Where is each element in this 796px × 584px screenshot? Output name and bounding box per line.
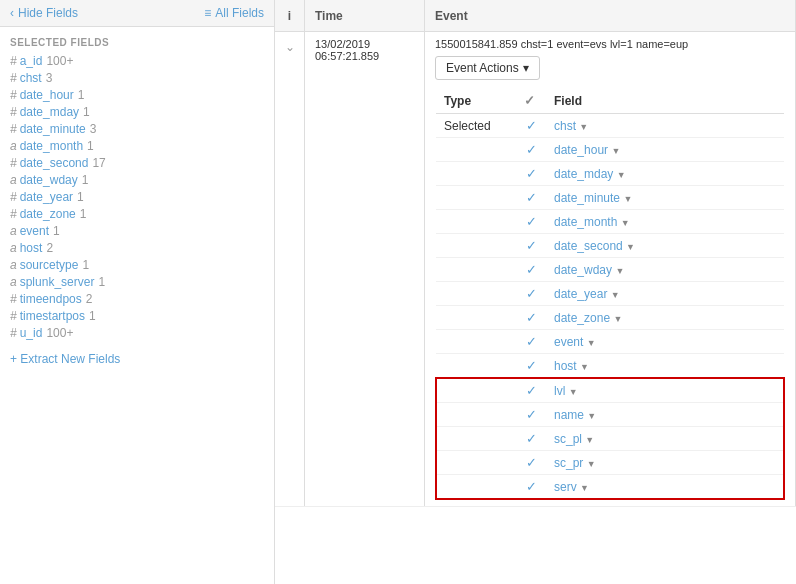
field-dropdown-icon[interactable]: ▼ <box>587 411 596 421</box>
field-link[interactable]: chst ▼ <box>554 119 588 133</box>
check-cell[interactable]: ✓ <box>516 210 546 234</box>
field-link[interactable]: sc_pr ▼ <box>554 456 596 470</box>
field-link[interactable]: date_second ▼ <box>554 239 635 253</box>
checkbox-checked-icon[interactable]: ✓ <box>526 358 537 373</box>
field-dropdown-icon[interactable]: ▼ <box>621 218 630 228</box>
field-item[interactable]: #date_zone1 <box>10 207 264 221</box>
field-item[interactable]: aevent1 <box>10 224 264 238</box>
field-item[interactable]: #date_year1 <box>10 190 264 204</box>
field-link[interactable]: sc_pl ▼ <box>554 432 594 446</box>
field-dropdown-icon[interactable]: ▼ <box>626 242 635 252</box>
field-link[interactable]: date_wday ▼ <box>554 263 624 277</box>
check-cell[interactable]: ✓ <box>516 234 546 258</box>
field-item[interactable]: #date_hour1 <box>10 88 264 102</box>
field-name-link[interactable]: date_minute <box>20 122 86 136</box>
hide-fields-button[interactable]: ‹ Hide Fields <box>10 6 78 20</box>
field-dropdown-icon[interactable]: ▼ <box>569 387 578 397</box>
checkbox-checked-icon[interactable]: ✓ <box>526 166 537 181</box>
checkbox-checked-icon[interactable]: ✓ <box>526 262 537 277</box>
field-link[interactable]: date_hour ▼ <box>554 143 620 157</box>
field-name-link[interactable]: splunk_server <box>20 275 95 289</box>
check-cell[interactable]: ✓ <box>516 475 546 500</box>
check-all-icon[interactable]: ✓ <box>524 93 535 108</box>
checkbox-checked-icon[interactable]: ✓ <box>526 334 537 349</box>
field-name-link[interactable]: date_hour <box>20 88 74 102</box>
check-cell[interactable]: ✓ <box>516 186 546 210</box>
field-item[interactable]: #date_mday1 <box>10 105 264 119</box>
check-cell[interactable]: ✓ <box>516 114 546 138</box>
field-link[interactable]: date_zone ▼ <box>554 311 622 325</box>
field-dropdown-icon[interactable]: ▼ <box>623 194 632 204</box>
field-name-link[interactable]: date_second <box>20 156 89 170</box>
field-dropdown-icon[interactable]: ▼ <box>585 435 594 445</box>
event-actions-button[interactable]: Event Actions ▾ <box>435 56 540 80</box>
field-link[interactable]: event ▼ <box>554 335 596 349</box>
checkbox-checked-icon[interactable]: ✓ <box>526 238 537 253</box>
field-name-link[interactable]: event <box>20 224 49 238</box>
checkbox-checked-icon[interactable]: ✓ <box>526 286 537 301</box>
field-dropdown-icon[interactable]: ▼ <box>587 338 596 348</box>
field-item[interactable]: asplunk_server1 <box>10 275 264 289</box>
check-cell[interactable]: ✓ <box>516 138 546 162</box>
check-cell[interactable]: ✓ <box>516 282 546 306</box>
field-dropdown-icon[interactable]: ▼ <box>587 459 596 469</box>
field-item[interactable]: adate_wday1 <box>10 173 264 187</box>
field-dropdown-icon[interactable]: ▼ <box>613 314 622 324</box>
field-link[interactable]: date_year ▼ <box>554 287 620 301</box>
field-link[interactable]: date_minute ▼ <box>554 191 632 205</box>
checkbox-checked-icon[interactable]: ✓ <box>526 190 537 205</box>
field-name-link[interactable]: date_year <box>20 190 73 204</box>
field-name-link[interactable]: date_wday <box>20 173 78 187</box>
field-link[interactable]: date_mday ▼ <box>554 167 626 181</box>
field-name-link[interactable]: date_month <box>20 139 83 153</box>
field-name-link[interactable]: chst <box>20 71 42 85</box>
field-item[interactable]: adate_month1 <box>10 139 264 153</box>
field-item[interactable]: #a_id100+ <box>10 54 264 68</box>
field-dropdown-icon[interactable]: ▼ <box>615 266 624 276</box>
checkbox-checked-icon[interactable]: ✓ <box>526 214 537 229</box>
checkbox-checked-icon[interactable]: ✓ <box>526 118 537 133</box>
checkbox-checked-icon[interactable]: ✓ <box>526 407 537 422</box>
field-item[interactable]: #u_id100+ <box>10 326 264 340</box>
field-item[interactable]: #timeendpos2 <box>10 292 264 306</box>
field-dropdown-icon[interactable]: ▼ <box>580 483 589 493</box>
check-cell[interactable]: ✓ <box>516 162 546 186</box>
check-cell[interactable]: ✓ <box>516 258 546 282</box>
field-link[interactable]: name ▼ <box>554 408 596 422</box>
extract-new-fields-link[interactable]: + Extract New Fields <box>10 352 264 366</box>
check-cell[interactable]: ✓ <box>516 330 546 354</box>
checkbox-checked-icon[interactable]: ✓ <box>526 479 537 494</box>
field-item[interactable]: asourcetype1 <box>10 258 264 272</box>
check-cell[interactable]: ✓ <box>516 451 546 475</box>
field-link[interactable]: lvl ▼ <box>554 384 578 398</box>
field-link[interactable]: host ▼ <box>554 359 589 373</box>
all-fields-button[interactable]: ≡ All Fields <box>204 6 264 20</box>
field-name-link[interactable]: date_zone <box>20 207 76 221</box>
field-name-link[interactable]: date_mday <box>20 105 79 119</box>
checkbox-checked-icon[interactable]: ✓ <box>526 310 537 325</box>
field-link[interactable]: date_month ▼ <box>554 215 630 229</box>
check-cell[interactable]: ✓ <box>516 306 546 330</box>
field-dropdown-icon[interactable]: ▼ <box>617 170 626 180</box>
field-name-link[interactable]: timestartpos <box>20 309 85 323</box>
checkbox-checked-icon[interactable]: ✓ <box>526 455 537 470</box>
check-cell[interactable]: ✓ <box>516 354 546 379</box>
check-cell[interactable]: ✓ <box>516 378 546 403</box>
field-item[interactable]: #date_second17 <box>10 156 264 170</box>
field-dropdown-icon[interactable]: ▼ <box>611 146 620 156</box>
field-dropdown-icon[interactable]: ▼ <box>580 362 589 372</box>
field-item[interactable]: ahost2 <box>10 241 264 255</box>
field-dropdown-icon[interactable]: ▼ <box>579 122 588 132</box>
field-name-link[interactable]: u_id <box>20 326 43 340</box>
checkbox-checked-icon[interactable]: ✓ <box>526 142 537 157</box>
expand-row-button[interactable]: ⌄ <box>275 32 305 506</box>
field-item[interactable]: #date_minute3 <box>10 122 264 136</box>
field-name-link[interactable]: a_id <box>20 54 43 68</box>
field-name-link[interactable]: host <box>20 241 43 255</box>
field-link[interactable]: serv ▼ <box>554 480 589 494</box>
check-cell[interactable]: ✓ <box>516 427 546 451</box>
field-name-link[interactable]: timeendpos <box>20 292 82 306</box>
field-item[interactable]: #chst3 <box>10 71 264 85</box>
checkbox-checked-icon[interactable]: ✓ <box>526 383 537 398</box>
field-item[interactable]: #timestartpos1 <box>10 309 264 323</box>
